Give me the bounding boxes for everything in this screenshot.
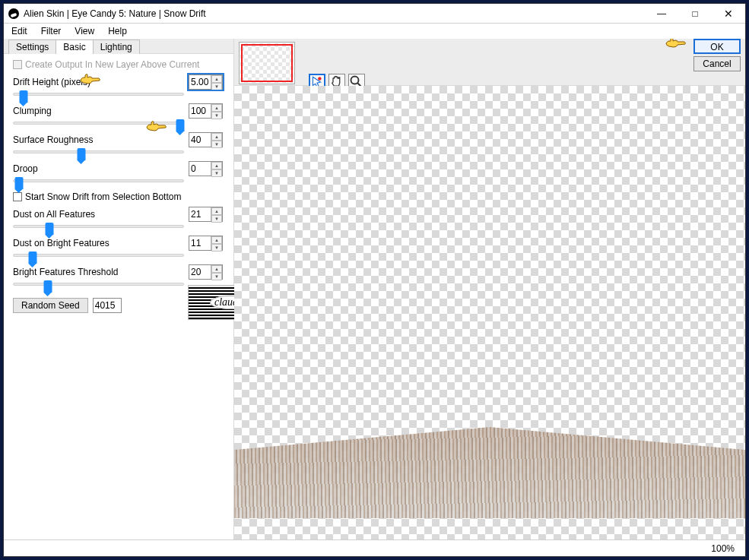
menu-view[interactable]: View — [73, 25, 96, 37]
pointer-hand-icon — [145, 119, 168, 134]
ok-button[interactable]: OK — [693, 39, 741, 54]
create-output-checkbox — [13, 60, 22, 69]
droop-label: Droop — [13, 163, 184, 174]
droop-value[interactable] — [189, 162, 211, 176]
preview-thumbnail[interactable] — [239, 42, 295, 84]
random-seed-value[interactable] — [94, 299, 121, 312]
preview-canvas[interactable] — [234, 86, 745, 539]
drift-height-up[interactable]: ▲ — [211, 75, 222, 83]
titlebar: Alien Skin | Eye Candy 5: Nature | Snow … — [4, 4, 745, 24]
bright-thresh-label: Bright Features Threshold — [13, 267, 184, 277]
dust-bright-slider[interactable] — [13, 254, 184, 257]
droop-up[interactable]: ▲ — [211, 162, 222, 169]
zoom-level: 100% — [711, 543, 735, 554]
drift-height-value[interactable] — [189, 75, 211, 89]
menu-help[interactable]: Help — [106, 25, 129, 37]
svg-point-0 — [318, 77, 322, 81]
maximize-button[interactable]: □ — [678, 4, 712, 24]
tabbar: Settings Basic Lighting — [4, 39, 233, 54]
bright-thresh-up[interactable]: ▲ — [211, 265, 222, 273]
tab-basic[interactable]: Basic — [56, 40, 93, 54]
menu-edit[interactable]: Edit — [10, 25, 29, 37]
roughness-label: Surface Roughness — [13, 134, 184, 145]
clumping-label: Clumping — [13, 106, 184, 116]
start-from-bottom-checkbox[interactable] — [13, 192, 22, 201]
bright-thresh-input[interactable]: ▲▼ — [189, 264, 223, 280]
thumbnail-selection-rect — [241, 44, 293, 82]
dust-all-value[interactable] — [189, 207, 211, 221]
dust-bright-label: Dust on Bright Features — [13, 238, 184, 248]
menubar: Edit Filter View Help — [4, 24, 745, 39]
right-panel: OK Cancel — [234, 39, 745, 539]
statusbar: 100% — [4, 539, 745, 556]
random-seed-button[interactable]: Random Seed — [13, 298, 88, 313]
tab-settings[interactable]: Settings — [8, 40, 56, 54]
cancel-button[interactable]: Cancel — [693, 56, 741, 71]
roughness-up[interactable]: ▲ — [211, 133, 222, 141]
left-panel: Settings Basic Lighting Create Output In… — [4, 39, 234, 539]
tab-lighting[interactable]: Lighting — [93, 40, 140, 54]
pointer-hand-icon — [79, 72, 102, 87]
clumping-value[interactable] — [189, 104, 211, 118]
droop-down[interactable]: ▼ — [211, 169, 222, 177]
dust-all-input[interactable]: ▲▼ — [189, 207, 223, 222]
bright-thresh-down[interactable]: ▼ — [211, 273, 222, 280]
random-seed-input[interactable] — [93, 298, 122, 313]
start-from-bottom-label: Start Snow Drift from Selection Bottom — [25, 191, 181, 202]
pointer-hand-icon — [665, 39, 687, 51]
window-title: Alien Skin | Eye Candy 5: Nature | Snow … — [24, 8, 206, 19]
clumping-input[interactable]: ▲▼ — [189, 103, 223, 119]
dust-all-down[interactable]: ▼ — [211, 215, 222, 223]
dust-bright-input[interactable]: ▲▼ — [189, 236, 223, 251]
roughness-input[interactable]: ▲▼ — [189, 132, 223, 147]
dust-bright-up[interactable]: ▲ — [211, 236, 222, 244]
bright-thresh-value[interactable] — [189, 265, 211, 279]
app-icon — [8, 8, 19, 19]
droop-slider[interactable] — [13, 179, 184, 182]
droop-input[interactable]: ▲▼ — [189, 161, 223, 176]
dust-all-label: Dust on All Features — [13, 209, 184, 220]
snow-drift-effect — [234, 427, 745, 518]
clumping-down[interactable]: ▼ — [211, 112, 222, 119]
bright-thresh-slider[interactable] — [13, 283, 184, 286]
close-button[interactable]: ✕ — [712, 4, 745, 24]
roughness-down[interactable]: ▼ — [211, 141, 222, 148]
minimize-button[interactable]: — — [645, 4, 678, 24]
dust-bright-down[interactable]: ▼ — [211, 244, 222, 252]
drift-height-slider[interactable] — [13, 93, 184, 96]
dust-all-slider[interactable] — [13, 225, 184, 228]
drift-height-input[interactable]: ▲▼ — [189, 74, 223, 90]
create-output-label: Create Output In New Layer Above Current — [25, 59, 199, 70]
roughness-slider[interactable] — [13, 150, 184, 153]
clumping-up[interactable]: ▲ — [211, 104, 222, 112]
roughness-value[interactable] — [189, 133, 211, 147]
svg-point-1 — [351, 77, 359, 84]
dust-all-up[interactable]: ▲ — [211, 207, 222, 215]
dust-bright-value[interactable] — [189, 236, 211, 250]
drift-height-down[interactable]: ▼ — [211, 83, 222, 90]
menu-filter[interactable]: Filter — [40, 25, 63, 37]
